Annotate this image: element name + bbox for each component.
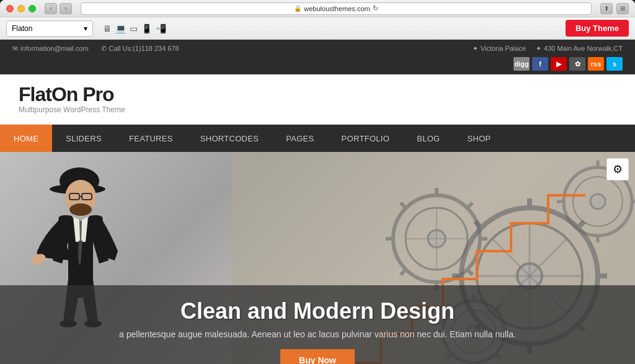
hero-title: Clean and Modern Design [180,298,455,324]
email-info: ✉ information@mail.com [12,45,89,53]
hero-section: ⚙ Clean and Modern Design a pellentesque… [0,152,635,364]
nav-features[interactable]: FEATURES [115,125,187,152]
chevron-down-icon: ▾ [84,24,87,33]
location1-info: ✦ Victoria Palace [473,45,526,53]
address-bar[interactable]: 🔒 webulousthemes.com ↻ [81,2,592,15]
site-title: FlatOn Pro [19,84,125,104]
phone-info: ✆ Call Us:(1)118 234 678 [101,45,179,53]
site-header: FlatOn Pro Multipurpose WordPress Theme [0,74,635,125]
location-icon1: ✦ [473,45,478,53]
browser-window: ‹ › 🔒 webulousthemes.com ↻ ⬆ ⊞ Flaton ▾ … [0,0,635,364]
location1-text: Victoria Palace [481,45,526,52]
lock-icon: 🔒 [294,5,301,12]
social-bar: digg f ▶ ✿ rss s [0,57,635,74]
browser-chrome: ‹ › 🔒 webulousthemes.com ↻ ⬆ ⊞ Flaton ▾ … [0,0,635,40]
hero-overlay: Clean and Modern Design a pellentesque a… [0,285,635,364]
site-tagline: Multipurpose WordPress Theme [19,105,125,114]
location2-info: ✦ 430 Main Ave Norwalk,CT [536,45,623,53]
phone-icon[interactable]: 📱 [141,24,152,33]
location2-text: 430 Main Ave Norwalk,CT [544,45,623,52]
nav-pages[interactable]: PAGES [272,125,327,152]
phone-text: Call Us:(1)118 234 678 [109,45,179,52]
nav-blog[interactable]: BLOG [403,125,453,152]
location-icon2: ✦ [536,45,541,53]
close-button[interactable] [6,5,14,12]
nav-portfolio[interactable]: PORTFOLIO [328,125,404,152]
small-phone-icon[interactable]: 📲 [156,24,166,33]
url-text: webulousthemes.com [304,5,370,12]
share-button[interactable]: ⬆ [600,3,613,14]
browser-titlebar: ‹ › 🔒 webulousthemes.com ↻ ⬆ ⊞ [0,0,635,17]
minimize-button[interactable] [17,5,25,12]
nav-shortcodes[interactable]: SHORTCODES [187,125,273,152]
social-rss-button[interactable]: rss [588,57,604,71]
info-bar-right: ✦ Victoria Palace ✦ 430 Main Ave Norwalk… [473,45,623,53]
back-button[interactable]: ‹ [45,3,57,14]
social-digg-button[interactable]: digg [513,57,530,71]
info-bar: ✉ information@mail.com ✆ Call Us:(1)118 … [0,40,635,57]
nav-home[interactable]: HOME [0,125,52,152]
social-skype-button[interactable]: s [606,57,623,71]
laptop-icon[interactable]: 💻 [115,24,126,33]
phone-icon: ✆ [101,45,107,53]
info-bar-left: ✉ information@mail.com ✆ Call Us:(1)118 … [12,45,179,53]
main-navigation: HOME SLIDERS FEATURES SHORTCODES PAGES P… [0,125,635,152]
desktop-icon[interactable]: 🖥 [103,24,112,33]
nav-sliders[interactable]: SLIDERS [52,125,115,152]
social-instagram-button[interactable]: ✿ [569,57,585,71]
theme-select-value: Flaton [12,24,32,33]
hero-cta-button[interactable]: Buy Now [280,349,355,364]
nav-shop[interactable]: SHOP [453,125,504,152]
tablet-icon[interactable]: ▭ [130,24,138,33]
email-icon: ✉ [12,45,18,53]
settings-button[interactable]: ⚙ [606,158,629,180]
maximize-button[interactable] [29,5,36,12]
forward-button[interactable]: › [60,3,72,14]
buy-theme-button[interactable]: Buy Theme [566,20,629,37]
svg-point-53 [69,203,92,216]
social-youtube-button[interactable]: ▶ [551,57,567,71]
email-text: information@mail.com [20,45,89,52]
browser-nav: ‹ › [45,3,72,14]
hero-subtitle: a pellentesque augue malesuada. Aenean u… [119,329,516,339]
traffic-lights [6,5,36,12]
theme-selector[interactable]: Flaton ▾ [6,20,93,37]
social-facebook-button[interactable]: f [532,57,548,71]
site-logo: FlatOn Pro Multipurpose WordPress Theme [19,84,125,114]
new-tab-button[interactable]: ⊞ [616,3,629,14]
device-icons: 🖥 💻 ▭ 📱 📲 [103,24,166,33]
browser-toolbar: Flaton ▾ 🖥 💻 ▭ 📱 📲 Buy Theme [0,17,635,40]
website-content: ✉ information@mail.com ✆ Call Us:(1)118 … [0,40,635,364]
svg-point-42 [590,194,605,209]
reload-button[interactable]: ↻ [373,4,378,12]
